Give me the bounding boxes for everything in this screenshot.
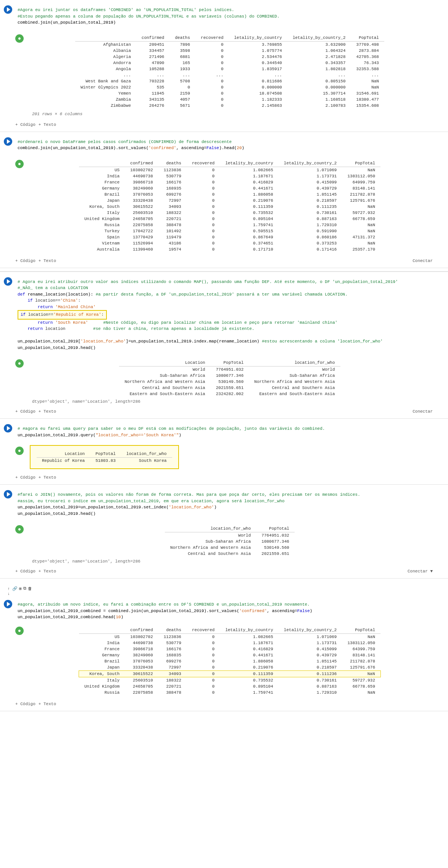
add-code-btn-4[interactable]: + Código [15, 475, 35, 480]
table-row: Winter Olympics 2022535000.0000000.00000… [75, 84, 384, 90]
cell-4-code: # #agora eu farei uma query para saber s… [15, 424, 444, 440]
col-poptotal: PopTotal [90, 450, 121, 458]
cell-6-code: #agora, atribuído um novo índice, eu far… [15, 600, 444, 622]
cell-5-code: #farei o JOIN() novamente, pois os valor… [15, 490, 444, 518]
output-icon-6: ● [15, 627, 24, 635]
table-row: United Kingdom2465870522072100.8951040.8… [79, 216, 380, 222]
add-text-btn-2[interactable]: + Texto [39, 259, 56, 263]
cell-6-header: ↑ ↓ 🔗 ⊞ ⧉ 🗑 [0, 582, 448, 600]
cell-6: ↑ ↓ 🔗 ⊞ ⧉ 🗑 #agora, atribuído um novo ín… [0, 579, 448, 711]
add-buttons-1[interactable]: + Código + Texto [15, 122, 56, 127]
table-row: Afghanistan209451789603.7698553.63290037… [75, 41, 384, 48]
add-code-btn-3[interactable]: + Código [15, 409, 35, 414]
col-deaths: deaths [158, 627, 187, 634]
add-buttons-3[interactable]: + Código + Texto [15, 409, 56, 414]
col-letality: letality_by_country [220, 160, 278, 167]
add-text-btn-5[interactable]: + Texto [39, 569, 56, 574]
col-header-index [79, 160, 125, 167]
output-icon-1: ● [15, 34, 24, 43]
add-buttons-5[interactable]: + Código + Texto [15, 569, 56, 574]
connect-btn-5[interactable]: Conectar ▼ [408, 569, 433, 574]
run-button-5[interactable] [4, 490, 12, 498]
cell-1-header: #Agora eu irei juntar os dataframes 'COM… [0, 3, 448, 30]
col-deaths: deaths [158, 160, 187, 167]
col-poptotal: PopTotal [211, 359, 249, 366]
add-buttons-2[interactable]: + Código + Texto [15, 259, 56, 263]
table-row: Zimbabwe264276567102.1458632.10078315354… [75, 103, 384, 109]
play-icon-5 [7, 492, 10, 497]
cell-3-code: # Agora eu irei atribuir outro valor aos… [15, 277, 444, 353]
cell-2: #ordenarei o novo DataFrame pelos casos … [0, 132, 448, 268]
col-confirmed: confirmed [125, 160, 158, 167]
cell-2-header: #ordenarei o novo DataFrame pelos casos … [0, 135, 448, 155]
run-button-2[interactable] [4, 137, 12, 146]
run-button-4[interactable] [4, 424, 12, 432]
add-code-btn-6[interactable]: + Código [15, 702, 35, 706]
col-header-deaths: deaths [169, 34, 195, 42]
table-row: Zambia343135405701.1823331.16851818380.4… [75, 96, 384, 103]
toolbar-copy-icon[interactable]: ⧉ [23, 586, 26, 591]
col-poptotal: PopTotal [256, 525, 295, 532]
table-row: Japan333204387299700.2190760.21859712579… [79, 664, 380, 671]
toolbar-up-icon[interactable]: ↑ [8, 587, 10, 591]
table-row: Northern Africa and Western Asia530149.5… [119, 379, 340, 385]
add-buttons-4[interactable]: + Código + Texto [15, 475, 56, 480]
col-location-who: location_for_who [165, 525, 256, 532]
play-icon-4 [7, 426, 10, 431]
table-row: Germany3824906016883500.4416710.43972983… [79, 652, 380, 658]
add-code-btn-2[interactable]: + Código [15, 259, 35, 263]
code-line: combined.join(un_population_total_2019).… [18, 146, 244, 150]
toolbar-grid-icon[interactable]: ⊞ [19, 586, 22, 591]
output-icon-4: ● [15, 447, 24, 455]
connect-btn-3[interactable]: Conectar [413, 409, 433, 414]
add-text-btn-1[interactable]: + Texto [39, 122, 56, 127]
col-location: Location [119, 359, 210, 366]
table-row: Germany3824906016893500.4416710.43972983… [79, 185, 380, 191]
output-icon-2: ● [15, 160, 24, 168]
run-button-6[interactable] [4, 600, 12, 608]
run-button-1[interactable] [4, 5, 12, 14]
cell-1-footer: + Código + Texto [0, 121, 448, 129]
cell-5: #farei o JOIN() novamente, pois os valor… [0, 485, 448, 579]
table-1-info: 201 rows × 6 columns [27, 110, 433, 118]
add-text-btn-6[interactable]: + Texto [39, 702, 56, 706]
dtype-info-5: dtype='object', name='Location', length=… [27, 558, 433, 564]
cell-3-footer: + Código + Texto Conectar [0, 408, 448, 415]
toolbar-delete-icon[interactable]: 🗑 [28, 586, 32, 591]
col-header-index [79, 627, 125, 634]
col-poptotal: PopTotal [342, 627, 380, 634]
col-header-letality: letality_by_country [229, 34, 287, 42]
add-code-btn-5[interactable]: + Código [15, 569, 35, 574]
col-poptotal: PopTotal [342, 160, 380, 167]
cell-6-footer: + Código + Texto [0, 700, 448, 708]
table-row: World7764951.032 [165, 532, 295, 539]
table-row: US103802702112383601.0826651.071069NaN [79, 633, 380, 640]
add-buttons-6[interactable]: + Código + Texto [15, 702, 56, 706]
col-header-confirmed: confirmed [136, 34, 169, 42]
table-row: ..................... [75, 72, 384, 78]
col-recovered: recovered [187, 627, 220, 634]
table-row: India4469073853077901.1876711.1737311383… [79, 173, 380, 179]
toolbar-down-icon[interactable]: ↓ [8, 592, 10, 596]
table-row: Spain1377042911947900.8676490.8601864713… [79, 234, 380, 240]
table-row: France3986671816617600.4168290.415099643… [79, 646, 380, 652]
cell-6-output: ● confirmed deaths recovered letality_by… [0, 622, 448, 700]
table-6: confirmed deaths recovered letality_by_c… [79, 627, 380, 696]
output-icon-3: ● [15, 359, 24, 368]
table-row: Brazil3707605369927601.8860581.851145211… [79, 658, 380, 664]
run-button-3[interactable] [4, 277, 12, 286]
code-line: combined.join(un_population_total_2019) [18, 20, 116, 25]
toolbar-link-icon[interactable]: 🔗 [12, 586, 18, 591]
add-code-btn-1[interactable]: + Código [15, 122, 35, 127]
col-location-who: location_for_who [249, 359, 340, 366]
connect-btn-2[interactable]: Conectar [413, 259, 433, 263]
cell-5-footer: + Código + Texto Conectar ▼ [0, 567, 448, 575]
table-row: Angola105288193301.8359171.80281832353.5… [75, 66, 384, 72]
cell-5-header: #farei o JOIN() novamente, pois os valor… [0, 488, 448, 521]
cell-1-output: ● confirmed deaths recovered letality_by… [0, 30, 448, 121]
add-text-btn-4[interactable]: + Texto [39, 475, 56, 480]
add-text-btn-3[interactable]: + Texto [39, 409, 56, 414]
table-row: Italy2560351018832200.7355320.7301615972… [79, 677, 380, 683]
cell-2-footer: + Código + Texto Conectar [0, 257, 448, 265]
cell-1-code: #Agora eu irei juntar os dataframes 'COM… [15, 5, 444, 27]
